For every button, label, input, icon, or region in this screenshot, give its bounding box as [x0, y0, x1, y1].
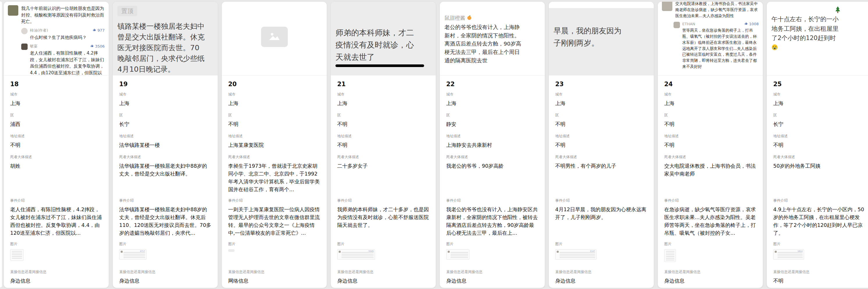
- case-card[interactable]: 早晨，我的朋友因为子刚刚两岁。 23 城市 上海 区 不明 地址描述 不明 死者…: [549, 1, 654, 288]
- photo-thumbnail[interactable]: 1614: [773, 249, 804, 260]
- avatar: [21, 28, 28, 34]
- field-event: 事件介绍 法华镇路某楼一楼独居老夫妇中88岁的丈夫，曾经是交大出版社翻译。休克后…: [119, 198, 211, 242]
- case-body: 25 城市 上海 区 长宁 地址描述 不明 死者大体描述 50岁的外地务工阿姨 …: [767, 75, 868, 288]
- field-label-photo: 图片: [119, 242, 211, 247]
- field-value-event: 一则关于上海某康复医院一位病人因疫情管理无人护理而去世的文章在微信群里流转。最早…: [228, 206, 320, 237]
- preview-text-line: 疫情没有及时就诊，心: [336, 39, 436, 51]
- photo-thumbnail[interactable]: 2147: [555, 249, 596, 260]
- case-body: 20 城市 上海 区 不明 地址描述 上海某康复医院 死者大体描述 李昶生于19…: [222, 75, 327, 288]
- field-label-district: 区: [337, 113, 429, 118]
- field-event: 事件介绍 4.9上午十点左右，长宁的一小区内，50岁的外地务工阿姨，在出租屋里心…: [773, 198, 865, 242]
- photo-thumbnail[interactable]: [446, 249, 469, 260]
- preview-text-block: 午十点左右，长宁的一小地务工阿姨，在出租屋里了2个小时的120赶到时: [767, 2, 868, 52]
- field-event: 事件介绍 一则关于上海某康复医院一位病人因疫情管理无人护理而去世的文章在微信群里…: [228, 198, 320, 242]
- field-label-event: 事件介绍: [446, 198, 538, 203]
- case-number: 25: [773, 81, 865, 89]
- field-value-event: 法华镇路某楼一楼独居老夫妇中88岁的丈夫，曾经是交大出版社翻译。休克后110、1…: [119, 206, 211, 237]
- photo-thumbnail[interactable]: 3349: [337, 249, 375, 260]
- field-city: 城市 上海: [337, 92, 429, 113]
- case-card[interactable]: 我几十年前就认识的一位胡姓朋友也是因为封控、核酸检测等原因没有得到及时救治而死亡…: [3, 1, 109, 288]
- field-label-city: 城市: [119, 92, 211, 97]
- field-photo: 图片 2147: [555, 242, 647, 269]
- case-card[interactable]: 鼠甜橙酱老公的爷爷也没有计入，上海静新村，全家阴的情况下他阳性。离酒店后差点转去…: [439, 1, 545, 288]
- field-value-event: 老人住浦西，有陈旧性脑梗，4.2摔跤，女儿被封在浦东过不了江，妹妹们虽住浦西但也…: [10, 206, 102, 237]
- field-value-district: 浦西: [10, 120, 102, 128]
- case-preview-image[interactable]: 早晨，我的朋友因为子刚刚两岁。: [549, 2, 654, 75]
- reply-comment: 柿油(作者)977什么时候？生了其他疾病吗？: [21, 28, 105, 41]
- case-card[interactable]: 师弟的本科师妹，才二疫情没有及时就诊，心天就去世了 21 城市 上海 区 不明 …: [331, 1, 436, 288]
- field-deceased: 死者大体描述 法华镇路某楼一楼独居老夫妇中88岁的丈夫，曾经是交大出版社翻译。: [119, 155, 211, 198]
- field-label-event: 事件介绍: [119, 198, 211, 203]
- field-label-deceased: 死者大体描述: [555, 155, 647, 159]
- field-city: 城市 上海: [228, 92, 320, 113]
- field-value-direct: 不明: [773, 277, 865, 285]
- commenter-name: 柿油(作者): [30, 28, 48, 33]
- preview-text-line: 地务工阿姨，在出租屋里: [772, 24, 868, 34]
- thumbnail-avatar: [557, 251, 559, 253]
- field-label-district: 区: [446, 113, 538, 118]
- field-deceased: 死者大体描述 不明男性，有个两岁的儿子: [555, 155, 647, 198]
- field-value-address: 不明: [773, 141, 865, 149]
- case-card[interactable]: 午十点左右，长宁的一小地务工阿姨，在出租屋里了2个小时的120赶到时 25 城市…: [767, 1, 868, 288]
- thumbnail-like-count: 2147: [590, 250, 595, 252]
- field-label-photo: 图片: [773, 242, 865, 247]
- image-placeholder-icon: [261, 27, 288, 47]
- field-label-deceased: 死者大体描述: [10, 155, 102, 159]
- thumbnail-like-count: 3349: [368, 250, 374, 252]
- case-preview-image[interactable]: 置顶镇路某楼一楼独居老夫妇中曾是交大出版社翻译。休克医无对接医院而去世。70晚敲…: [113, 2, 218, 75]
- like-count: 3506: [95, 44, 105, 48]
- case-card[interactable]: 20 城市 上海 区 不明 地址描述 上海某康复医院 死者大体描述 李昶生于19…: [221, 1, 327, 288]
- thumb-up-icon: [93, 28, 96, 33]
- case-card[interactable]: 置顶镇路某楼一楼独居老夫妇中曾是交大出版社翻译。休克医无对接医院而去世。70晚敲…: [113, 1, 218, 288]
- preview-text-line: 通的隔离医院去世: [444, 57, 545, 65]
- preview-text-line: 晚敲邻居门，央求代少些纸: [118, 53, 218, 64]
- field-label-address: 地址描述: [773, 134, 865, 139]
- case-preview-image[interactable]: 鼠甜橙酱老公的爷爷也没有计入，上海静新村，全家阴的情况下他阳性。离酒店后差点转去…: [440, 2, 545, 75]
- field-label-direct: 直接信息还是间接信息: [555, 269, 647, 275]
- field-value-address: 不明: [555, 141, 647, 149]
- case-preview-image[interactable]: [222, 2, 327, 75]
- avatar: [21, 43, 28, 50]
- field-address: 地址描述 不明: [664, 134, 756, 155]
- field-label-deceased: 死者大体描述: [228, 155, 320, 159]
- field-value-city: 上海: [446, 100, 538, 107]
- thumbnail-avatar: [448, 251, 450, 253]
- photo-thumbnail[interactable]: [228, 249, 235, 252]
- commenter-name: ETHAN: [682, 22, 695, 26]
- case-preview-image[interactable]: 师弟的本科师妹，才二疫情没有及时就诊，心天就去世了: [331, 2, 436, 75]
- field-label-direct: 直接信息还是间接信息: [664, 269, 756, 275]
- field-value-address: 不明: [337, 141, 429, 149]
- reply-header: ETHAN1008: [682, 22, 759, 26]
- photo-thumbnail[interactable]: [664, 249, 676, 262]
- field-label-city: 城市: [337, 92, 429, 97]
- field-label-address: 地址描述: [446, 134, 538, 139]
- reply-comment: 敏宴3506老人住浦西，有陈旧性脑梗，4.2摔跤，女儿被封在浦东过不了江，妹妹们…: [21, 43, 105, 75]
- field-event: 事件介绍 4月12日早晨，我的朋友因为心梗永远离开了，儿子刚刚两岁。: [555, 198, 647, 242]
- field-label-photo: 图片: [228, 242, 320, 247]
- photo-glyph: [268, 31, 281, 42]
- photo-thumbnail[interactable]: 4717: [119, 249, 147, 260]
- field-label-address: 地址描述: [10, 134, 102, 139]
- case-preview-image[interactable]: 交大电院退休教授，上海书协会员，书法家吴中南老师在急诊病逝，缺少氧气等医疗资源，…: [658, 2, 763, 75]
- field-deceased: 死者大体描述 交大电院退休教授，上海书协会员，书法家吴中南老师: [664, 155, 756, 198]
- preview-text-line: 离酒店后差点转去方舱，90岁高: [444, 40, 545, 48]
- thumbnail-text-lines: [124, 252, 145, 258]
- field-city: 城市 上海: [446, 92, 538, 113]
- field-label-city: 城市: [10, 92, 102, 97]
- case-card[interactable]: 交大电院退休教授，上海书协会员，书法家吴中南老师在急诊病逝，缺少氧气等医疗资源，…: [657, 1, 763, 288]
- photo-thumbnail[interactable]: [10, 249, 24, 261]
- field-district: 区 不明: [664, 113, 756, 134]
- field-event: 事件介绍 我师弟的本科师妹，才二十多岁，也是因为疫情没有及时就诊，心脏不舒服送医…: [337, 198, 429, 242]
- field-label-event: 事件介绍: [555, 198, 647, 203]
- field-value-district: 长宁: [119, 120, 211, 128]
- field-photo: 图片: [446, 242, 538, 269]
- field-label-district: 区: [555, 113, 647, 118]
- field-photo: 图片: [10, 242, 102, 269]
- case-preview-image[interactable]: 我几十年前就认识的一位胡姓朋友也是因为封控、核酸检测等原因没有得到及时救治而死亡…: [4, 2, 109, 75]
- field-value-address: 上海静安去共康新村: [446, 141, 538, 149]
- case-preview-image[interactable]: 午十点左右，长宁的一小地务工阿姨，在出租屋里了2个小时的120赶到时: [767, 2, 868, 75]
- field-value-address: 不明: [664, 141, 756, 149]
- field-value-event: 我师弟的本科师妹，才二十多岁，也是因为疫情没有及时就诊，心脏不舒服送医院隔天就去…: [337, 206, 429, 229]
- field-label-direct: 直接信息还是间接信息: [228, 269, 320, 275]
- thumb-up-icon: [744, 22, 748, 26]
